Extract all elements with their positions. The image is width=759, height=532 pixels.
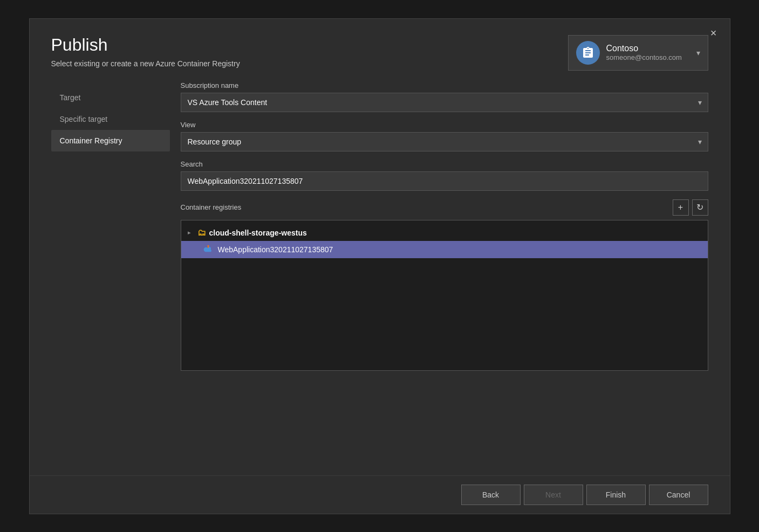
expand-icon: ▸ [188,230,194,236]
tree-view: ▸ 🗂 cloud-shell-storage-westus WebApplic [181,220,708,371]
registries-section: Container registries + ↻ ▸ 🗂 cloud-shell… [181,199,708,371]
dialog-subtitle: Select existing or create a new Azure Co… [51,59,240,68]
main-content: Subscription name VS Azure Tools Content… [170,81,708,475]
tree-group-name: cloud-shell-storage-westus [209,229,307,237]
subscription-group: Subscription name VS Azure Tools Content [181,81,708,112]
cloud-registry-icon [203,244,214,255]
dialog-footer: Back Next Finish Cancel [30,475,730,514]
next-button[interactable]: Next [524,485,583,505]
dialog-body: Target Specific target Container Registr… [30,81,730,475]
back-button[interactable]: Back [461,485,521,505]
svg-point-3 [207,245,209,246]
registries-label: Container registries [181,203,242,211]
account-icon [576,41,600,65]
view-select-wrapper: Resource group [181,132,708,151]
dialog-title: Publish [51,35,240,55]
add-registry-button[interactable]: + [673,199,689,216]
tree-child-name: WebApplication320211027135807 [218,245,333,254]
clipboard-icon [582,46,594,59]
subscription-select[interactable]: VS Azure Tools Content [181,93,708,112]
chevron-down-icon: ▾ [696,49,700,57]
close-button[interactable]: × [706,25,721,40]
account-email: someone@contoso.com [606,53,690,61]
refresh-button[interactable]: ↻ [692,199,708,216]
search-input[interactable] [181,171,708,191]
sidebar: Target Specific target Container Registr… [51,81,170,475]
search-group: Search [181,160,708,191]
sidebar-item-container-registry[interactable]: Container Registry [51,130,170,151]
search-label: Search [181,160,708,168]
registries-actions: + ↻ [673,199,708,216]
account-info: Contoso someone@contoso.com [606,44,690,61]
tree-group-item[interactable]: ▸ 🗂 cloud-shell-storage-westus [181,225,708,241]
cancel-button[interactable]: Cancel [649,485,708,505]
account-widget[interactable]: Contoso someone@contoso.com ▾ [568,35,708,71]
view-group: View Resource group [181,121,708,151]
account-name: Contoso [606,44,690,53]
header-left: Publish Select existing or create a new … [51,35,240,68]
tree-child-item[interactable]: WebApplication320211027135807 [181,241,708,258]
sidebar-item-specific-target[interactable]: Specific target [51,108,170,130]
registries-header: Container registries + ↻ [181,199,708,216]
folder-icon: 🗂 [197,228,206,238]
sidebar-item-target[interactable]: Target [51,87,170,108]
dialog-header: Publish Select existing or create a new … [30,19,730,81]
view-label: View [181,121,708,129]
subscription-label: Subscription name [181,81,708,89]
view-select[interactable]: Resource group [181,132,708,151]
subscription-select-wrapper: VS Azure Tools Content [181,93,708,112]
svg-rect-2 [205,250,211,252]
finish-button[interactable]: Finish [586,485,646,505]
publish-dialog: × Publish Select existing or create a ne… [29,18,730,514]
